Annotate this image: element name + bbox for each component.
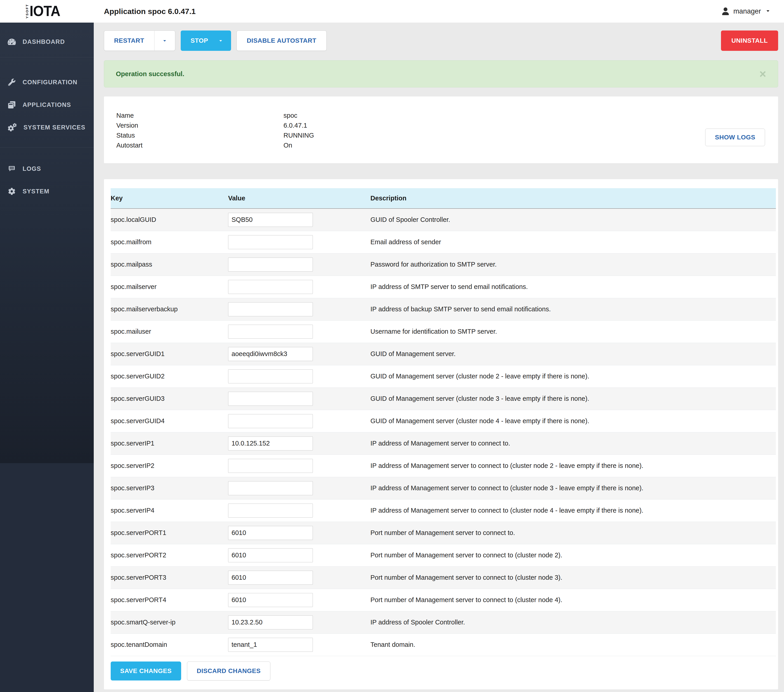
config-value-cell xyxy=(228,477,371,499)
sidebar-divider xyxy=(0,57,94,58)
value-input[interactable] xyxy=(228,414,313,428)
config-key: spoc.serverPORT4 xyxy=(111,589,228,611)
comment-lines-icon xyxy=(8,165,16,172)
chevron-down-icon xyxy=(765,8,771,14)
restart-button[interactable]: RESTART xyxy=(104,31,175,51)
config-table-body: spoc.localGUIDGUID of Spooler Controller… xyxy=(111,209,776,656)
disable-autostart-button[interactable]: DISABLE AUTOSTART xyxy=(237,31,326,51)
user-menu[interactable]: manager xyxy=(721,7,784,15)
value-input[interactable] xyxy=(228,280,313,294)
value-input[interactable] xyxy=(228,369,313,383)
config-key: spoc.serverIP4 xyxy=(111,499,228,522)
config-description: IP address of Spooler Controller. xyxy=(371,611,776,633)
config-value-cell xyxy=(228,276,371,298)
stop-button[interactable]: STOP xyxy=(181,31,231,51)
config-key: spoc.localGUID xyxy=(111,209,228,231)
sidebar-item-dashboard[interactable]: DASHBOARD xyxy=(0,31,94,53)
discard-changes-button[interactable]: DISCARD CHANGES xyxy=(187,661,270,680)
caret-down-icon xyxy=(162,39,167,43)
sidebar-item-configuration[interactable]: CONFIGURATION xyxy=(0,71,94,94)
table-row: spoc.mailserverbackupIP address of backu… xyxy=(111,298,776,320)
value-input[interactable] xyxy=(228,548,313,562)
config-key: spoc.smartQ-server-ip xyxy=(111,611,228,633)
close-icon[interactable]: × xyxy=(759,68,766,80)
main-content: RESTART STOP DISABLE AUTOSTART UNINSTALL… xyxy=(94,23,784,690)
config-description: GUID of Spooler Controller. xyxy=(371,209,776,231)
success-alert: Operation successful. × xyxy=(104,60,778,87)
config-value-cell xyxy=(228,499,371,522)
sidebar-item-label: LOGS xyxy=(23,165,41,172)
config-description: Username for identification to SMTP serv… xyxy=(371,320,776,343)
config-key: spoc.serverGUID4 xyxy=(111,410,228,432)
config-value-cell xyxy=(228,298,371,320)
value-input[interactable] xyxy=(228,302,313,316)
stop-dropdown-toggle[interactable] xyxy=(210,31,231,51)
value-input[interactable] xyxy=(228,615,313,629)
value-input[interactable] xyxy=(228,235,313,249)
info-row-autostart: Autostart On xyxy=(116,140,778,150)
sidebar-item-system-services[interactable]: SYSTEM SERVICES xyxy=(0,116,94,139)
value-input[interactable] xyxy=(228,437,313,450)
value-input[interactable] xyxy=(228,347,313,361)
config-key: spoc.mailuser xyxy=(111,320,228,343)
table-row: spoc.serverIP1IP address of Management s… xyxy=(111,432,776,455)
save-changes-label: SAVE CHANGES xyxy=(120,667,172,675)
config-key: spoc.serverIP3 xyxy=(111,477,228,499)
disable-autostart-label: DISABLE AUTOSTART xyxy=(247,37,316,44)
table-row: spoc.serverIP3IP address of Management s… xyxy=(111,477,776,499)
value-input[interactable] xyxy=(228,571,313,585)
config-value-cell xyxy=(228,320,371,343)
value-input[interactable] xyxy=(228,638,313,652)
config-key: spoc.mailserverbackup xyxy=(111,298,228,320)
value-input[interactable] xyxy=(228,325,313,339)
sidebar-item-system[interactable]: SYSTEM xyxy=(0,180,94,203)
sidebar-item-label: SYSTEM SERVICES xyxy=(23,124,86,131)
table-row: spoc.serverIP2IP address of Management s… xyxy=(111,455,776,477)
config-description: IP address of Management server to conne… xyxy=(371,477,776,499)
caret-down-icon xyxy=(218,39,223,43)
config-value-cell xyxy=(228,611,371,633)
config-value-cell xyxy=(228,544,371,567)
config-value-cell xyxy=(228,253,371,276)
restart-dropdown-toggle[interactable] xyxy=(154,31,175,51)
table-row: spoc.mailserverIP address of SMTP server… xyxy=(111,276,776,298)
person-icon xyxy=(721,7,729,15)
value-input[interactable] xyxy=(228,459,313,473)
config-description: Port number of Management server to conn… xyxy=(371,522,776,544)
config-description: GUID of Management server. xyxy=(371,343,776,365)
sidebar-item-label: SYSTEM xyxy=(23,188,49,195)
value-input[interactable] xyxy=(228,593,313,607)
config-value-cell xyxy=(228,209,371,231)
show-logs-button[interactable]: SHOW LOGS xyxy=(705,129,765,146)
sidebar-item-label: DASHBOARD xyxy=(23,38,65,45)
column-header-description: Description xyxy=(371,188,776,209)
info-value: spoc xyxy=(283,110,297,120)
dashboard-gauge-icon xyxy=(8,38,16,45)
value-input[interactable] xyxy=(228,526,313,540)
sidebar-item-logs[interactable]: LOGS xyxy=(0,158,94,180)
config-key: spoc.tenantDomain xyxy=(111,633,228,656)
stop-button-label[interactable]: STOP xyxy=(181,31,211,51)
table-row: spoc.serverGUID1GUID of Management serve… xyxy=(111,343,776,365)
value-input[interactable] xyxy=(228,481,313,495)
value-input[interactable] xyxy=(228,257,313,272)
info-label: Version xyxy=(116,120,283,130)
table-header-row: Key Value Description xyxy=(111,188,776,209)
sidebar-item-applications[interactable]: APPLICATIONS xyxy=(0,94,94,116)
info-row-version: Version 6.0.47.1 xyxy=(116,120,778,130)
brand-logo: YSOFT IOTA™ xyxy=(0,0,94,23)
uninstall-button[interactable]: UNINSTALL xyxy=(721,31,778,51)
table-row: spoc.serverGUID4GUID of Management serve… xyxy=(111,410,776,432)
save-changes-button[interactable]: SAVE CHANGES xyxy=(111,661,181,680)
config-key: spoc.mailfrom xyxy=(111,231,228,253)
restart-button-label[interactable]: RESTART xyxy=(104,31,154,51)
value-input[interactable] xyxy=(228,392,313,406)
value-input[interactable] xyxy=(228,213,313,227)
value-input[interactable] xyxy=(228,504,313,517)
info-label: Autostart xyxy=(116,140,283,150)
table-row: spoc.serverPORT2Port number of Managemen… xyxy=(111,544,776,567)
config-key: spoc.serverGUID1 xyxy=(111,343,228,365)
config-description: IP address of SMTP server to send email … xyxy=(371,276,776,298)
alert-message: Operation successful. xyxy=(116,70,184,78)
table-row: spoc.serverGUID2GUID of Management serve… xyxy=(111,365,776,387)
